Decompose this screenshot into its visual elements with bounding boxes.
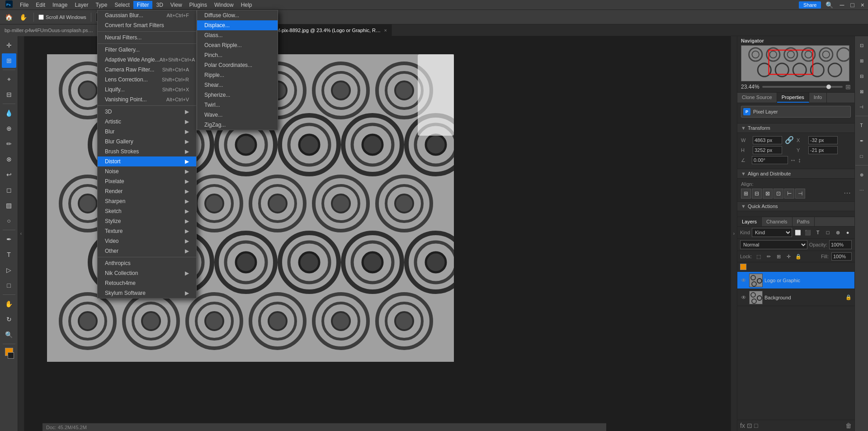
opacity-input[interactable]	[829, 240, 852, 249]
lock-transparent-btn[interactable]: ⬚	[755, 252, 763, 260]
hand-tool-button[interactable]: ✋	[17, 11, 29, 23]
menu-lens-correction[interactable]: Lens Correction... Shift+Ctrl+R	[98, 75, 196, 85]
menu-window[interactable]: Window	[211, 1, 237, 9]
left-panel-collapse[interactable]: ‹	[18, 36, 24, 431]
fill-input[interactable]	[831, 252, 852, 260]
new-layer-btn[interactable]: □	[754, 422, 758, 429]
menu-3d[interactable]: 3D ▶	[98, 107, 196, 117]
menu-stylize[interactable]: Stylize ▶	[98, 216, 196, 226]
submenu-zigzag[interactable]: ZigZag...	[197, 120, 278, 130]
brush-tool[interactable]: ✏	[2, 137, 16, 151]
right-icon-7[interactable]: ✒	[854, 133, 868, 148]
right-icon-8[interactable]: □	[854, 149, 868, 163]
x-input[interactable]	[808, 136, 838, 144]
right-icon-10[interactable]: ⋯	[854, 183, 868, 197]
menu-distort[interactable]: Distort ▶	[98, 156, 196, 166]
eyedrop-tool[interactable]: 💧	[2, 106, 16, 120]
tab-info[interactable]: Info	[809, 93, 827, 103]
align-center-h-btn[interactable]: ⊟	[752, 189, 762, 199]
right-icon-5[interactable]: ⊣	[854, 99, 868, 114]
menu-sharpen[interactable]: Sharpen ▶	[98, 196, 196, 206]
menu-image[interactable]: Image	[49, 1, 71, 9]
hand-tool[interactable]: ✋	[2, 297, 16, 311]
menu-liquify[interactable]: Liquify... Shift+Ctrl+X	[98, 85, 196, 95]
menu-convert-smart[interactable]: Convert for Smart Filters	[98, 20, 196, 30]
menu-help[interactable]: Help	[237, 1, 256, 9]
layer-filter-type-btn[interactable]: T	[814, 228, 822, 237]
menu-skylum[interactable]: Skylum Software ▶	[98, 288, 196, 298]
artboard-tool[interactable]: ⊞	[2, 53, 16, 68]
layer-filter-toggle-btn[interactable]: ●	[844, 228, 852, 237]
window-minimize-icon[interactable]: ─	[838, 1, 846, 9]
menu-nik-collection[interactable]: Nik Collection ▶	[98, 268, 196, 278]
layer-item-0[interactable]: 👁 Logo or Graphic	[737, 272, 854, 289]
right-icon-4[interactable]: ⊠	[854, 84, 868, 99]
menu-file[interactable]: File	[16, 1, 32, 9]
menu-brush-strokes[interactable]: Brush Strokes ▶	[98, 147, 196, 156]
align-left-btn[interactable]: ⊞	[741, 189, 751, 199]
add-layer-btn[interactable]: fx	[740, 422, 745, 429]
right-icon-6[interactable]: T	[854, 118, 868, 133]
tab-properties[interactable]: Properties	[777, 93, 809, 103]
lock-image-btn[interactable]: ✏	[764, 252, 773, 260]
submenu-wave[interactable]: Wave...	[197, 110, 278, 120]
foreground-swatch[interactable]	[740, 264, 746, 270]
menu-retouch4me[interactable]: Retouch4me	[98, 278, 196, 288]
right-panel-collapse-left[interactable]: ›	[731, 36, 737, 431]
angle-input[interactable]	[752, 156, 788, 164]
stamp-tool[interactable]: ⊗	[2, 152, 16, 166]
submenu-diffuse-glow[interactable]: Diffuse Glow...	[197, 10, 278, 20]
lock-all-btn[interactable]: 🔒	[794, 252, 802, 260]
layer-filter-smart-btn[interactable]: ⊗	[834, 228, 842, 237]
h-input[interactable]	[753, 146, 782, 154]
home-button[interactable]: 🏠	[3, 11, 14, 23]
menu-texture[interactable]: Texture ▶	[98, 226, 196, 236]
layer-visibility-0[interactable]: 👁	[740, 277, 747, 284]
tab-0[interactable]: bp-miller-p4w4FUmOuus-unsplash.psd @ 16.…	[0, 24, 105, 36]
shape-tool[interactable]: □	[2, 278, 16, 293]
menu-noise[interactable]: Noise ▶	[98, 166, 196, 176]
align-top-btn[interactable]: ⊡	[774, 189, 783, 199]
search-icon[interactable]: 🔍	[824, 1, 835, 9]
submenu-polar-coordinates[interactable]: Polar Coordinates...	[197, 60, 278, 70]
history-brush-tool[interactable]: ↩	[2, 167, 16, 182]
menu-anthropics[interactable]: Anthropics	[98, 258, 196, 268]
layer-filter-adj-btn[interactable]: ⬛	[804, 228, 812, 237]
menu-sketch[interactable]: Sketch ▶	[98, 206, 196, 216]
rotate-view-tool[interactable]: ↻	[2, 312, 16, 327]
menu-camera-raw[interactable]: Camera Raw Filter... Shift+Ctrl+A	[98, 65, 196, 75]
tab-clone-source[interactable]: Clone Source	[737, 93, 777, 103]
y-input[interactable]	[808, 146, 838, 154]
right-icon-1[interactable]: ⊡	[854, 38, 868, 52]
layer-filter-pixel-btn[interactable]: ⬜	[794, 228, 802, 237]
align-more-btn[interactable]: ⋯	[844, 189, 851, 199]
flip-v-btn[interactable]: ↕	[798, 156, 801, 164]
blend-mode-select[interactable]: Normal	[740, 240, 807, 249]
tab-2-close[interactable]: ×	[384, 28, 387, 33]
scroll-all-windows-input[interactable]	[38, 14, 44, 20]
new-group-btn[interactable]: ⊡	[747, 422, 752, 429]
window-close-icon[interactable]: ×	[859, 1, 866, 9]
scroll-all-windows-checkbox[interactable]: Scroll All Windows	[38, 14, 86, 20]
spot-heal-tool[interactable]: ⊕	[2, 121, 16, 136]
right-icon-3[interactable]: ⊟	[854, 69, 868, 83]
submenu-pinch[interactable]: Pinch...	[197, 50, 278, 60]
layers-tab-channels[interactable]: Channels	[762, 217, 792, 226]
layer-visibility-1[interactable]: 👁	[740, 294, 747, 301]
menu-plugins[interactable]: Plugins	[186, 1, 211, 9]
ps-icon[interactable]: Ps	[2, 0, 16, 10]
menu-render[interactable]: Render ▶	[98, 186, 196, 196]
share-button[interactable]: Share	[799, 1, 821, 9]
menu-filter-gallery[interactable]: Filter Gallery...	[98, 45, 196, 55]
submenu-ripple[interactable]: Ripple...	[197, 70, 278, 80]
delete-layer-btn[interactable]: 🗑	[845, 422, 852, 429]
transform-header[interactable]: ▼ Transform	[737, 123, 854, 133]
submenu-glass[interactable]: Glass...	[197, 30, 278, 40]
w-input[interactable]	[753, 136, 782, 144]
quick-actions-header[interactable]: ▼ Quick Actions	[737, 202, 854, 211]
menu-artistic[interactable]: Artistic ▶	[98, 117, 196, 127]
submenu-ocean-ripple[interactable]: Ocean Ripple...	[197, 40, 278, 50]
align-header[interactable]: ▼ Align and Distribute	[737, 169, 854, 179]
menu-3d[interactable]: 3D	[152, 1, 166, 9]
align-bottom-btn[interactable]: ⊣	[795, 189, 805, 199]
